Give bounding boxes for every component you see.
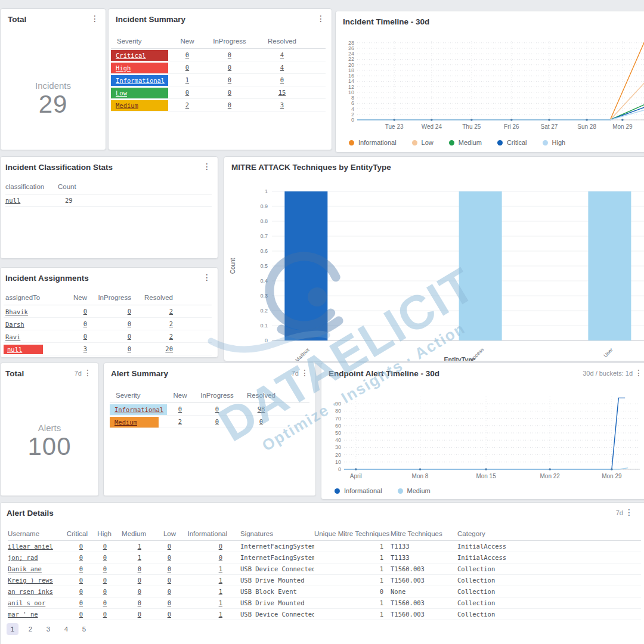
- username-link[interactable]: Danik ane: [8, 565, 42, 572]
- count-value[interactable]: 0: [79, 565, 83, 572]
- page-button[interactable]: 3: [42, 623, 54, 635]
- count-value[interactable]: 0: [87, 345, 131, 352]
- username-link[interactable]: illear aniel: [8, 543, 53, 550]
- count-value[interactable]: 0: [79, 543, 83, 550]
- count-value[interactable]: 0: [204, 51, 255, 58]
- count-value[interactable]: 1: [219, 565, 222, 572]
- count-value[interactable]: 1: [171, 76, 204, 83]
- count-value[interactable]: 1: [219, 599, 222, 606]
- count-value[interactable]: 2: [131, 308, 173, 315]
- legend-item[interactable]: Critical: [497, 139, 527, 146]
- count-value[interactable]: 0: [79, 588, 83, 595]
- count-value[interactable]: 0: [138, 599, 141, 606]
- count-value[interactable]: 0: [239, 418, 284, 425]
- page-button[interactable]: 5: [78, 623, 90, 635]
- count-value[interactable]: 0: [168, 577, 171, 584]
- username-link[interactable]: an rsen inks: [8, 588, 53, 595]
- count-value[interactable]: 0: [87, 308, 131, 315]
- severity-badge[interactable]: Critical: [111, 50, 168, 61]
- count-value[interactable]: 1: [219, 611, 222, 618]
- legend-item[interactable]: High: [543, 139, 566, 146]
- count-value[interactable]: 0: [168, 554, 171, 561]
- count-value[interactable]: 2: [131, 333, 173, 340]
- legend-item[interactable]: Medium: [398, 487, 431, 494]
- kebab-menu-icon[interactable]: ⋮: [82, 368, 94, 377]
- count-value[interactable]: 0: [103, 599, 107, 606]
- severity-badge[interactable]: Medium: [110, 417, 159, 428]
- count-value[interactable]: 2: [165, 418, 196, 425]
- kebab-menu-icon[interactable]: ⋮: [315, 14, 327, 23]
- classification-link[interactable]: null: [5, 197, 58, 204]
- severity-badge[interactable]: Informational: [110, 404, 167, 415]
- count-value[interactable]: 20: [131, 345, 173, 352]
- page-button[interactable]: 2: [24, 623, 36, 635]
- username-link[interactable]: Kreig ) rews: [8, 577, 53, 584]
- count-value[interactable]: 2: [171, 101, 204, 109]
- count-value[interactable]: 0: [87, 320, 131, 327]
- count-value[interactable]: 0: [196, 418, 239, 425]
- count-value[interactable]: 0: [204, 101, 255, 109]
- count-value[interactable]: 4: [255, 64, 309, 71]
- count-value[interactable]: 0: [171, 64, 204, 71]
- count-value[interactable]: 0: [103, 554, 107, 561]
- kebab-menu-icon[interactable]: ⋮: [201, 273, 213, 282]
- legend-item[interactable]: Informational: [335, 487, 382, 494]
- legend-item[interactable]: Medium: [449, 139, 482, 146]
- count-value[interactable]: 0: [79, 599, 83, 606]
- count-value[interactable]: 0: [204, 76, 255, 83]
- count-value[interactable]: 2: [131, 320, 173, 327]
- username-link[interactable]: anil s oor: [8, 599, 45, 606]
- username-link[interactable]: mar ' ne: [8, 611, 38, 618]
- kebab-menu-icon[interactable]: ⋮: [201, 162, 213, 171]
- count-value[interactable]: 0: [204, 89, 255, 96]
- legend-item[interactable]: Informational: [349, 139, 397, 146]
- count-value[interactable]: 0: [63, 333, 87, 340]
- count-value[interactable]: 0: [171, 51, 204, 58]
- count-value[interactable]: 0: [168, 565, 171, 572]
- count-value[interactable]: 4: [255, 51, 309, 58]
- count-value[interactable]: 0: [138, 577, 141, 584]
- count-value[interactable]: 0: [138, 588, 141, 595]
- count-value[interactable]: 0: [63, 320, 87, 327]
- count-value[interactable]: 1: [138, 554, 141, 561]
- severity-badge[interactable]: High: [111, 63, 168, 73]
- kebab-menu-icon[interactable]: ⋮: [89, 14, 101, 23]
- count-value[interactable]: 0: [103, 565, 107, 572]
- count-value[interactable]: 0: [196, 405, 239, 413]
- count-value[interactable]: 0: [103, 577, 107, 584]
- count-value[interactable]: 0: [168, 543, 171, 550]
- assignee-link[interactable]: null: [4, 345, 43, 354]
- page-button[interactable]: 4: [60, 623, 72, 635]
- count-value[interactable]: 0: [103, 543, 107, 550]
- count-value[interactable]: 0: [103, 611, 107, 618]
- count-value[interactable]: 98: [239, 405, 284, 413]
- kebab-menu-icon[interactable]: ⋮: [299, 368, 311, 377]
- count-value[interactable]: 1: [219, 588, 222, 595]
- count-value[interactable]: 0: [103, 588, 107, 595]
- kebab-menu-icon[interactable]: ⋮: [623, 507, 635, 517]
- count-value[interactable]: 0: [138, 611, 141, 618]
- count-value[interactable]: 0: [79, 611, 83, 618]
- count-value[interactable]: 0: [168, 588, 171, 595]
- count-value[interactable]: 0: [79, 554, 83, 561]
- count-value[interactable]: 0: [79, 577, 83, 584]
- username-link[interactable]: jon; rad: [8, 554, 38, 561]
- count-value[interactable]: 0: [138, 565, 141, 572]
- page-button[interactable]: 1: [7, 623, 18, 635]
- assignee-link[interactable]: Ravi: [4, 333, 20, 340]
- count-value[interactable]: 0: [171, 89, 204, 96]
- count-value[interactable]: 0: [87, 333, 131, 340]
- count-value[interactable]: 0: [204, 64, 255, 71]
- severity-badge[interactable]: Low: [111, 88, 168, 98]
- count-value[interactable]: 15: [255, 89, 309, 96]
- severity-badge[interactable]: Informational: [111, 75, 168, 86]
- count-value[interactable]: 0: [165, 405, 196, 413]
- count-value[interactable]: 0: [219, 554, 222, 561]
- count-value[interactable]: 3: [63, 345, 87, 352]
- legend-item[interactable]: Low: [412, 139, 434, 146]
- count-value[interactable]: 0: [168, 611, 171, 618]
- count-value[interactable]: 0: [219, 543, 222, 550]
- count-value[interactable]: 0: [168, 599, 171, 606]
- assignee-link[interactable]: Darsh: [4, 321, 24, 328]
- count-value[interactable]: 1: [219, 577, 222, 584]
